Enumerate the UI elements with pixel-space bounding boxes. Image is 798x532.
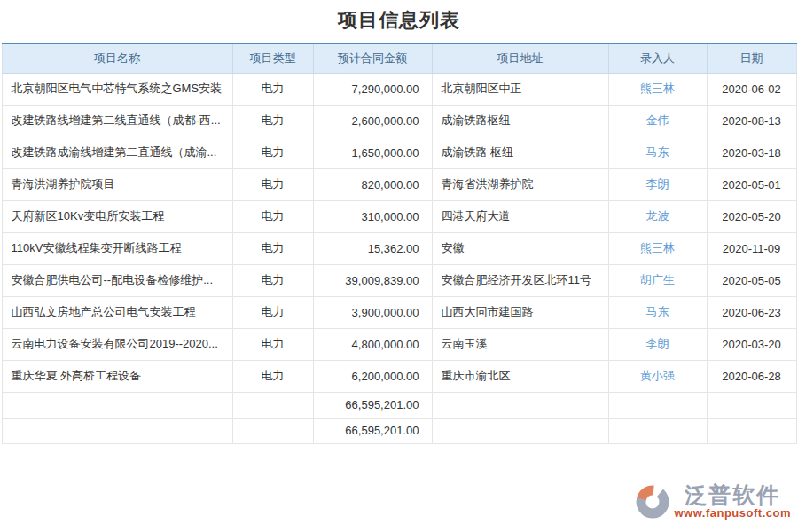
cell-amount: 3,900,000.00 bbox=[313, 296, 432, 328]
cell-recorder-link[interactable]: 李朗 bbox=[608, 168, 707, 200]
header-project-type: 项目类型 bbox=[232, 43, 313, 73]
cell-date: 2020-03-18 bbox=[707, 137, 796, 168]
subtotal-amount: 66,595,201.00 bbox=[313, 392, 432, 418]
header-address: 项目地址 bbox=[432, 43, 608, 73]
cell-address: 成渝铁路 枢纽 bbox=[432, 137, 608, 168]
cell-amount: 7,290,000.00 bbox=[313, 73, 432, 105]
cell-address: 重庆市渝北区 bbox=[432, 360, 608, 392]
grand-total-row: 66,595,201.00 bbox=[2, 418, 796, 443]
cell-recorder-link[interactable]: 金伟 bbox=[608, 105, 707, 137]
cell-recorder-link[interactable]: 马东 bbox=[608, 296, 707, 328]
cell-address: 安徽合肥经济开发区北环11号 bbox=[432, 264, 608, 296]
cell-recorder-link[interactable]: 黄小强 bbox=[608, 360, 707, 392]
cell-project-type: 电力 bbox=[232, 105, 313, 137]
cell-project-name: 安徽合肥供电公司--配电设备检修维护... bbox=[2, 264, 232, 296]
table-row: 重庆华夏 外高桥工程设备 电力 6,200,000.00 重庆市渝北区 黄小强 … bbox=[2, 360, 796, 392]
subtotal-row: 66,595,201.00 bbox=[2, 392, 796, 418]
brand-url: www.fanpusoft.com bbox=[674, 506, 791, 520]
cell-amount: 6,200,000.00 bbox=[313, 360, 432, 392]
cell-project-type: 电力 bbox=[232, 137, 313, 168]
cell-project-type: 电力 bbox=[232, 360, 313, 392]
cell-project-name: 改建铁路成渝线增建第二直通线（成渝... bbox=[2, 137, 232, 168]
cell-project-name: 改建铁路线增建第二线直通线（成都-西... bbox=[2, 105, 232, 137]
table-row: 改建铁路线增建第二线直通线（成都-西... 电力 2,600,000.00 成渝… bbox=[2, 105, 796, 137]
cell-address: 四港天府大道 bbox=[432, 200, 608, 232]
table-row: 改建铁路成渝线增建第二直通线（成渝... 电力 1,650,000.00 成渝铁… bbox=[2, 137, 796, 168]
total-empty-cell bbox=[232, 418, 313, 443]
subtotal-empty-cell bbox=[432, 392, 608, 418]
cell-project-type: 电力 bbox=[232, 232, 313, 264]
cell-project-name: 110kV安徽线程集变开断线路工程 bbox=[2, 232, 232, 264]
subtotal-empty-cell bbox=[232, 392, 313, 418]
table-row: 安徽合肥供电公司--配电设备检修维护... 电力 39,009,839.00 安… bbox=[2, 264, 796, 296]
cell-amount: 2,600,000.00 bbox=[313, 105, 432, 137]
cell-date: 2020-11-09 bbox=[707, 232, 796, 264]
cell-project-type: 电力 bbox=[232, 168, 313, 200]
cell-recorder-link[interactable]: 胡广生 bbox=[608, 264, 707, 296]
cell-date: 2020-06-02 bbox=[707, 73, 796, 105]
brand-name: 泛普软件 bbox=[685, 483, 780, 506]
cell-project-name: 山西弘文房地产总公司电气安装工程 bbox=[2, 296, 232, 328]
footer-logo: 泛普软件 www.fanpusoft.com bbox=[635, 483, 791, 520]
cell-recorder-link[interactable]: 熊三林 bbox=[608, 73, 707, 105]
cell-address: 成渝铁路枢纽 bbox=[432, 105, 608, 137]
cell-project-name: 青海洪湖养护院项目 bbox=[2, 168, 232, 200]
cell-amount: 310,000.00 bbox=[313, 200, 432, 232]
header-contract-amount: 预计合同金额 bbox=[313, 43, 432, 73]
cell-project-type: 电力 bbox=[232, 264, 313, 296]
projects-table: 项目名称 项目类型 预计合同金额 项目地址 录入人 日期 北京朝阳区电气中芯特气… bbox=[2, 43, 797, 444]
cell-date: 2020-03-20 bbox=[707, 328, 796, 360]
cell-project-name: 北京朝阳区电气中芯特气系统之GMS安装 bbox=[2, 73, 232, 105]
cell-address: 云南玉溪 bbox=[432, 328, 608, 360]
total-empty-cell bbox=[2, 418, 232, 443]
subtotal-empty-cell bbox=[707, 392, 796, 418]
page-title: 项目信息列表 bbox=[0, 7, 798, 34]
header-recorder: 录入人 bbox=[608, 43, 707, 73]
table-row: 天府新区10Kv变电所安装工程 电力 310,000.00 四港天府大道 龙波 … bbox=[2, 200, 796, 232]
cell-amount: 15,362.00 bbox=[313, 232, 432, 264]
cell-date: 2020-05-05 bbox=[707, 264, 796, 296]
cell-date: 2020-05-01 bbox=[707, 168, 796, 200]
fanpu-logo-icon bbox=[635, 484, 670, 520]
cell-amount: 4,800,000.00 bbox=[313, 328, 432, 360]
cell-project-type: 电力 bbox=[232, 73, 313, 105]
total-empty-cell bbox=[608, 418, 707, 443]
cell-date: 2020-05-20 bbox=[707, 200, 796, 232]
table-row: 青海洪湖养护院项目 电力 820,000.00 青海省洪湖养护院 李朗 2020… bbox=[2, 168, 796, 200]
table-row: 110kV安徽线程集变开断线路工程 电力 15,362.00 安徽 熊三林 20… bbox=[2, 232, 796, 264]
total-empty-cell bbox=[432, 418, 608, 443]
cell-project-type: 电力 bbox=[232, 296, 313, 328]
cell-project-name: 云南电力设备安装有限公司2019--2020... bbox=[2, 328, 232, 360]
cell-project-type: 电力 bbox=[232, 200, 313, 232]
cell-address: 山西大同市建国路 bbox=[432, 296, 608, 328]
table-row: 云南电力设备安装有限公司2019--2020... 电力 4,800,000.0… bbox=[2, 328, 796, 360]
cell-recorder-link[interactable]: 熊三林 bbox=[608, 232, 707, 264]
cell-project-name: 重庆华夏 外高桥工程设备 bbox=[2, 360, 232, 392]
cell-project-type: 电力 bbox=[232, 328, 313, 360]
cell-project-name: 天府新区10Kv变电所安装工程 bbox=[2, 200, 232, 232]
total-empty-cell bbox=[707, 418, 796, 443]
cell-recorder-link[interactable]: 马东 bbox=[608, 137, 707, 168]
cell-address: 北京朝阳区中正 bbox=[432, 73, 608, 105]
cell-amount: 39,009,839.00 bbox=[313, 264, 432, 296]
header-project-name: 项目名称 bbox=[2, 43, 232, 73]
table-row: 山西弘文房地产总公司电气安装工程 电力 3,900,000.00 山西大同市建国… bbox=[2, 296, 796, 328]
table-header-row: 项目名称 项目类型 预计合同金额 项目地址 录入人 日期 bbox=[2, 43, 796, 73]
grand-total-amount: 66,595,201.00 bbox=[313, 418, 432, 443]
cell-amount: 1,650,000.00 bbox=[313, 137, 432, 168]
header-date: 日期 bbox=[707, 43, 796, 73]
subtotal-empty-cell bbox=[2, 392, 232, 418]
cell-recorder-link[interactable]: 龙波 bbox=[608, 200, 707, 232]
cell-recorder-link[interactable]: 李朗 bbox=[608, 328, 707, 360]
table-row: 北京朝阳区电气中芯特气系统之GMS安装 电力 7,290,000.00 北京朝阳… bbox=[2, 73, 796, 105]
subtotal-empty-cell bbox=[608, 392, 707, 418]
cell-amount: 820,000.00 bbox=[313, 168, 432, 200]
cell-date: 2020-08-13 bbox=[707, 105, 796, 137]
cell-address: 青海省洪湖养护院 bbox=[432, 168, 608, 200]
cell-date: 2020-06-23 bbox=[707, 296, 796, 328]
cell-date: 2020-06-28 bbox=[707, 360, 796, 392]
cell-address: 安徽 bbox=[432, 232, 608, 264]
